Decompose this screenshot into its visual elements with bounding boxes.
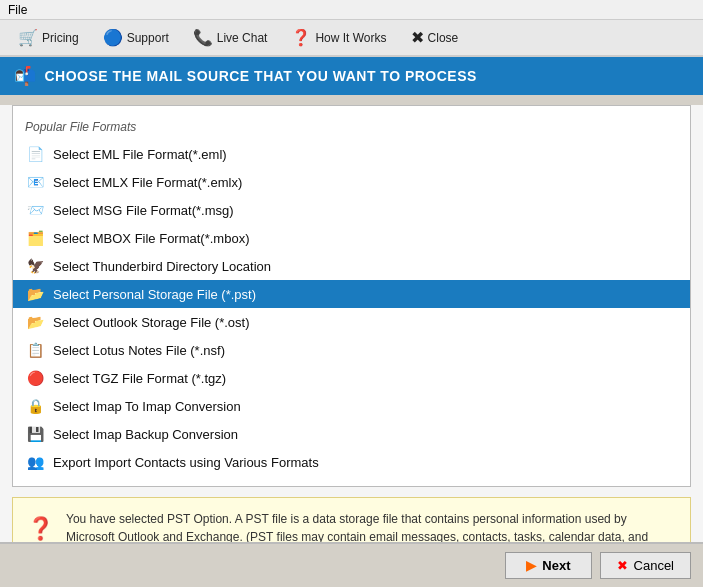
cancel-label: Cancel [634, 558, 674, 573]
list-item-label: Select TGZ File Format (*.tgz) [53, 371, 226, 386]
phone-icon: 📞 [193, 28, 213, 47]
file-type-icon: 🔒 [25, 396, 45, 416]
file-type-icon: 📨 [25, 200, 45, 220]
section-title: Popular File Formats [13, 116, 690, 140]
list-item[interactable]: 🗂️Select MBOX File Format(*.mbox) [13, 224, 690, 252]
list-item[interactable]: 📂Select Personal Storage File (*.pst) [13, 280, 690, 308]
list-item-label: Select Thunderbird Directory Location [53, 259, 271, 274]
support-icon: 🔵 [103, 28, 123, 47]
cancel-button[interactable]: ✖ Cancel [600, 552, 691, 579]
support-button[interactable]: 🔵 Support [93, 24, 179, 51]
list-item[interactable]: 📋Select Lotus Notes File (*.nsf) [13, 336, 690, 364]
list-item-label: Export Import Contacts using Various For… [53, 455, 319, 470]
bottom-bar: ▶ Next ✖ Cancel [0, 542, 703, 587]
file-menu[interactable]: File [8, 3, 27, 17]
list-item-label: Select Lotus Notes File (*.nsf) [53, 343, 225, 358]
file-type-icon: 📂 [25, 284, 45, 304]
list-item[interactable]: 📄Select EML File Format(*.eml) [13, 140, 690, 168]
list-item-label: Select EMLX File Format(*.emlx) [53, 175, 242, 190]
mail-icon: 📬 [14, 65, 37, 87]
list-item[interactable]: 🔒Select Imap To Imap Conversion [13, 392, 690, 420]
file-type-icon: 📄 [25, 144, 45, 164]
pricing-icon: 🛒 [18, 28, 38, 47]
cancel-icon: ✖ [617, 558, 628, 573]
file-type-icon: 🦅 [25, 256, 45, 276]
page-title: CHOOSE THE MAIL SOURCE THAT YOU WANT TO … [45, 68, 477, 84]
menu-bar: File [0, 0, 703, 20]
pricing-button[interactable]: 🛒 Pricing [8, 24, 89, 51]
list-item[interactable]: 💾Select Imap Backup Conversion [13, 420, 690, 448]
file-type-icon: 💾 [25, 424, 45, 444]
list-item[interactable]: 🔴Select TGZ File Format (*.tgz) [13, 364, 690, 392]
next-play-icon: ▶ [526, 558, 536, 573]
list-items-container: 📄Select EML File Format(*.eml)📧Select EM… [13, 140, 690, 476]
file-type-icon: 🗂️ [25, 228, 45, 248]
next-button[interactable]: ▶ Next [505, 552, 591, 579]
file-type-icon: 🔴 [25, 368, 45, 388]
list-item-label: Select Personal Storage File (*.pst) [53, 287, 256, 302]
question-icon: ❓ [291, 28, 311, 47]
list-item[interactable]: 📨Select MSG File Format(*.msg) [13, 196, 690, 224]
list-item[interactable]: 🦅Select Thunderbird Directory Location [13, 252, 690, 280]
list-item-label: Select MBOX File Format(*.mbox) [53, 231, 250, 246]
list-item[interactable]: 📧Select EMLX File Format(*.emlx) [13, 168, 690, 196]
list-item-label: Select Outlook Storage File (*.ost) [53, 315, 250, 330]
list-item-label: Select Imap Backup Conversion [53, 427, 238, 442]
list-item[interactable]: 👥Export Import Contacts using Various Fo… [13, 448, 690, 476]
main-content: Popular File Formats 📄Select EML File Fo… [0, 105, 703, 577]
list-item-label: Select Imap To Imap Conversion [53, 399, 241, 414]
close-icon: ✖ [411, 28, 424, 47]
page-header: 📬 CHOOSE THE MAIL SOURCE THAT YOU WANT T… [0, 57, 703, 95]
file-type-icon: 👥 [25, 452, 45, 472]
file-type-icon: 📋 [25, 340, 45, 360]
list-item-label: Select MSG File Format(*.msg) [53, 203, 234, 218]
file-type-icon: 📧 [25, 172, 45, 192]
howitworks-button[interactable]: ❓ How It Works [281, 24, 396, 51]
list-item[interactable]: 📂Select Outlook Storage File (*.ost) [13, 308, 690, 336]
info-icon: ❓ [27, 512, 54, 545]
file-format-list: Popular File Formats 📄Select EML File Fo… [12, 105, 691, 487]
list-item-label: Select EML File Format(*.eml) [53, 147, 227, 162]
next-label: Next [542, 558, 570, 573]
close-button[interactable]: ✖ Close [401, 24, 469, 51]
livechat-button[interactable]: 📞 Live Chat [183, 24, 278, 51]
file-type-icon: 📂 [25, 312, 45, 332]
toolbar: 🛒 Pricing 🔵 Support 📞 Live Chat ❓ How It… [0, 20, 703, 57]
